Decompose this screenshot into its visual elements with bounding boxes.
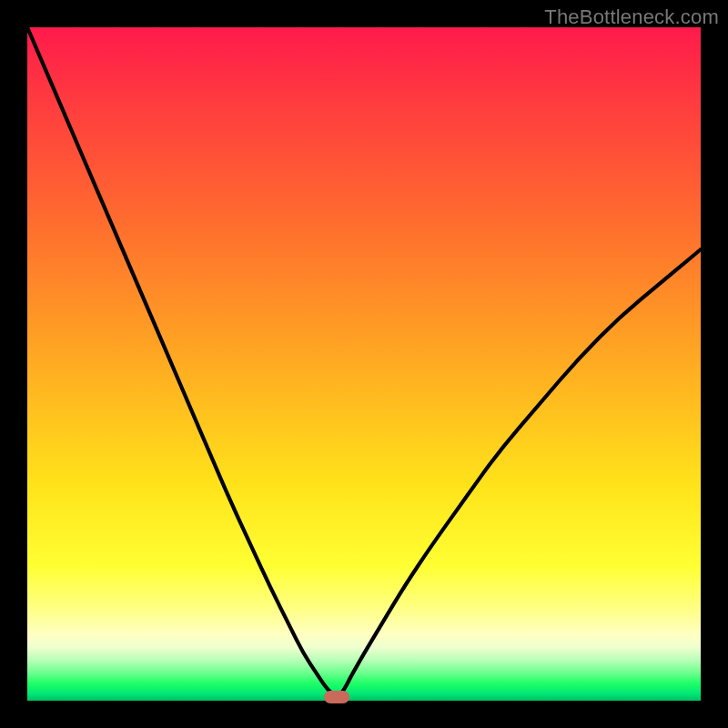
plot-area	[27, 27, 701, 701]
chart-container: TheBottleneck.com	[0, 0, 728, 728]
bottleneck-curve	[27, 27, 701, 695]
optimal-point-marker	[324, 691, 349, 703]
watermark-text: TheBottleneck.com	[544, 5, 719, 29]
curve-svg	[27, 27, 701, 701]
